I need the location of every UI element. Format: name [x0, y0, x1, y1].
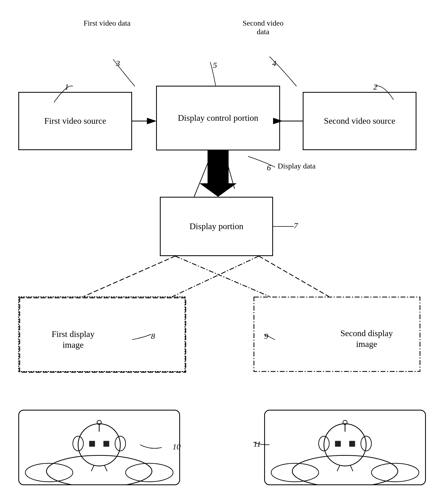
- first-video-source-label: First video source: [44, 115, 106, 127]
- svg-line-27: [350, 466, 353, 471]
- svg-line-15: [105, 466, 107, 471]
- ref-7-label: 7: [294, 221, 298, 230]
- svg-rect-23: [349, 441, 355, 447]
- display-control-label: Display control portion: [178, 112, 259, 124]
- svg-line-39: [175, 256, 270, 297]
- second-video-source-box: Second video source: [303, 92, 416, 150]
- first-display-dashed-border: First display image: [19, 297, 186, 373]
- ref-4-label: 4: [272, 59, 276, 68]
- svg-line-38: [259, 256, 329, 297]
- ref-2-label: 2: [373, 82, 377, 91]
- screen-left-image: [19, 411, 179, 484]
- ref-10-label: 10: [173, 442, 181, 451]
- svg-line-36: [224, 150, 235, 189]
- svg-line-37: [84, 256, 175, 297]
- display-portion-box: Display portion: [160, 197, 273, 256]
- svg-marker-34: [199, 150, 237, 197]
- svg-rect-22: [335, 441, 341, 447]
- svg-line-40: [173, 256, 259, 297]
- first-video-data-label: First video data: [84, 19, 130, 27]
- display-portion-label: Display portion: [189, 221, 243, 232]
- screen-left: [18, 410, 180, 485]
- screen-right-image: [265, 411, 425, 484]
- second-video-source-label: Second video source: [324, 115, 395, 127]
- ref-6-label: 6: [267, 163, 271, 172]
- svg-rect-3: [254, 297, 420, 371]
- ref-5-label: 5: [213, 61, 217, 70]
- ref-9-label: 9: [264, 332, 268, 341]
- second-display-image-box: Second display image: [253, 297, 421, 372]
- first-display-image-box: First display image: [18, 297, 185, 372]
- ref-11-label: 11: [253, 439, 261, 449]
- svg-line-26: [337, 466, 340, 471]
- first-video-source-box: First video source: [18, 92, 132, 150]
- svg-line-35: [194, 150, 213, 197]
- svg-text:Second display: Second display: [340, 328, 393, 338]
- svg-rect-10: [89, 441, 95, 447]
- display-data-label: Display data: [278, 162, 316, 170]
- display-control-box: Display control portion: [156, 86, 280, 150]
- svg-line-14: [91, 466, 94, 471]
- svg-rect-0: [20, 298, 186, 372]
- svg-text:image: image: [356, 339, 377, 349]
- svg-text:image: image: [63, 340, 84, 350]
- second-display-dashdot-border: Second display image: [253, 297, 421, 372]
- svg-rect-11: [104, 441, 109, 447]
- screen-right: [264, 410, 426, 485]
- ref-1-label: 1: [65, 82, 69, 91]
- diagram-container: First video source Display control porti…: [0, 0, 448, 503]
- ref-3-label: 3: [116, 59, 120, 68]
- ref-8-label: 8: [151, 332, 155, 341]
- svg-text:First display: First display: [51, 329, 94, 339]
- second-video-data-label: Second videodata: [243, 19, 284, 36]
